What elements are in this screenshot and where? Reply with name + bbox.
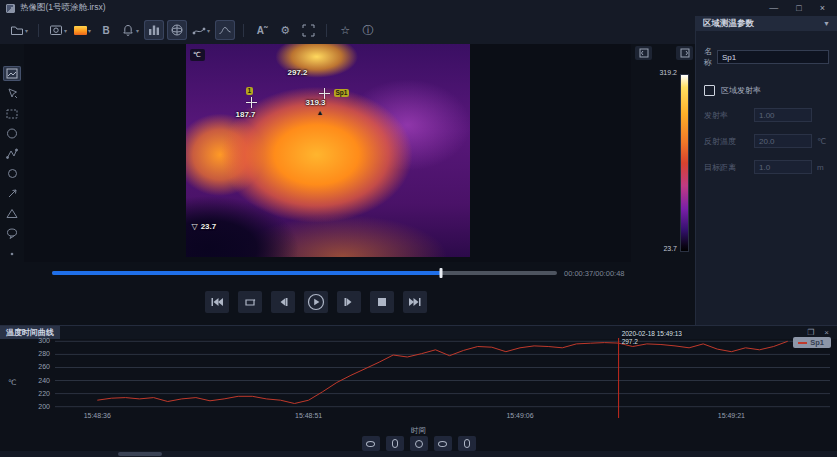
colorbar-column: 319.2 23.7 <box>631 44 695 262</box>
y-axis-unit: ℃ <box>8 378 16 387</box>
legend-line-icon <box>798 342 807 344</box>
chart-zoom-controls <box>0 436 837 451</box>
toolbar-separator <box>326 24 327 37</box>
roi-curve-caret-icon[interactable]: ▾ <box>207 27 210 34</box>
progress-handle[interactable] <box>439 268 442 278</box>
panel-header[interactable]: 区域测温参数 ▼ <box>696 16 837 31</box>
point1-tag: 1 <box>246 87 254 95</box>
open-file-icon[interactable]: ▾ <box>8 20 30 40</box>
app-window: 热像图(1号喷涂舱.irsx) — □ × ▾ ▾ ▾ <box>0 0 837 457</box>
delta-tool-icon[interactable] <box>3 206 21 221</box>
point1-cross-icon[interactable] <box>246 97 257 108</box>
cursor-tooltip-datetime: 2020-02-18 15:49:13 <box>622 330 682 338</box>
colorbar-flip-icon[interactable] <box>676 46 693 60</box>
step-back-icon[interactable] <box>271 291 295 313</box>
v-range-icon[interactable] <box>386 436 404 451</box>
reflected-temp-label: 反射温度 <box>704 136 754 147</box>
rect-roi-tool-icon[interactable] <box>3 106 21 121</box>
trend-curve-icon[interactable] <box>215 20 235 40</box>
colorbar-settings-icon[interactable] <box>635 46 652 60</box>
scrollbar-thumb[interactable] <box>118 452 162 456</box>
maximize-icon[interactable]: □ <box>796 0 801 16</box>
chevron-down-icon[interactable]: ▼ <box>823 20 830 27</box>
h-reset-icon[interactable] <box>434 436 452 451</box>
y-tick-label: 220 <box>30 390 50 397</box>
colorbar-gradient[interactable] <box>680 74 689 252</box>
sp1-tag: Sp1 <box>334 89 350 97</box>
close-icon[interactable]: × <box>820 0 825 16</box>
float-panel-icon[interactable]: ❐ <box>807 328 814 337</box>
window-title: 热像图(1号喷涂舱.irsx) <box>20 2 105 14</box>
horizontal-scrollbar[interactable] <box>0 451 837 457</box>
polyline-roi-tool-icon[interactable] <box>3 146 21 161</box>
image-roi-tool-icon[interactable] <box>3 66 21 81</box>
app-icon <box>6 4 15 13</box>
batch-tool-icon[interactable]: B <box>96 20 116 40</box>
image-canvas[interactable]: ℃ 1 187.7 297.2 Sp1 319.3 ▲ ▽ <box>24 44 631 262</box>
star-icon[interactable]: ☆ <box>335 20 355 40</box>
open-file-caret-icon[interactable]: ▾ <box>25 27 28 34</box>
measure-params-panel: 区域测温参数 ▼ 名称 区域发射率 发射率 反射温度 <box>695 16 837 325</box>
y-tick-label: 240 <box>30 377 50 384</box>
globe-3d-icon[interactable] <box>167 20 187 40</box>
progress-track[interactable] <box>52 271 557 275</box>
window-controls: — □ × <box>769 0 831 16</box>
cursor-tool-icon[interactable] <box>3 86 21 101</box>
roi-curve-icon[interactable]: ▾ <box>190 20 212 40</box>
circle-roi-tool-icon[interactable] <box>3 166 21 181</box>
capture-icon[interactable]: ▾ <box>47 20 69 40</box>
stop-icon[interactable] <box>370 291 394 313</box>
y-tick-label: 260 <box>30 363 50 370</box>
name-field[interactable] <box>717 50 829 64</box>
panel-title: 区域测温参数 <box>703 18 754 30</box>
close-panel-icon[interactable]: × <box>824 328 829 337</box>
alarm-icon[interactable]: ▾ <box>119 20 141 40</box>
emissivity-field[interactable] <box>754 108 812 122</box>
area-emissivity-checkbox[interactable] <box>704 85 715 96</box>
text-annotation-icon[interactable]: A˜ <box>252 20 272 40</box>
info-icon[interactable]: ⓘ <box>358 20 378 40</box>
arrow-tool-icon[interactable] <box>3 186 21 201</box>
area-emissivity-label: 区域发射率 <box>721 85 761 96</box>
free-range-icon[interactable] <box>410 436 428 451</box>
point1-value: 187.7 <box>236 110 256 119</box>
distance-unit: m <box>817 163 824 172</box>
toolbar-separator <box>243 24 244 37</box>
sp1-hot-value: 319.3 <box>306 98 326 107</box>
palette-swatch-icon <box>74 26 87 35</box>
minimize-icon[interactable]: — <box>769 0 778 16</box>
fullscreen-icon[interactable] <box>298 20 318 40</box>
temperature-series-plot[interactable] <box>55 338 830 420</box>
v-reset-icon[interactable] <box>458 436 476 451</box>
gear-icon[interactable]: ⚙ <box>275 20 295 40</box>
progress-fill <box>52 271 441 275</box>
note-balloon-tool-icon[interactable] <box>3 226 21 241</box>
emissivity-label: 发射率 <box>704 110 754 121</box>
x-tick-label: 15:48:51 <box>287 412 331 419</box>
skip-to-start-icon[interactable] <box>205 291 229 313</box>
point-tool-icon[interactable] <box>3 246 21 261</box>
distance-field[interactable] <box>754 160 812 174</box>
step-forward-icon[interactable] <box>337 291 361 313</box>
histogram-icon[interactable] <box>144 20 164 40</box>
h-range-icon[interactable] <box>362 436 380 451</box>
colorbar-scale: 319.2 23.7 <box>659 68 689 252</box>
legend-sp1-button[interactable]: Sp1 <box>793 337 831 348</box>
palette-caret-icon[interactable]: ▾ <box>88 27 91 34</box>
x-axis-title: 时间 <box>0 426 837 436</box>
colorbar-min: 23.7 <box>663 245 677 252</box>
x-tick-label: 15:49:21 <box>709 412 753 419</box>
name-label: 名称 <box>704 46 717 68</box>
thermal-image[interactable]: ℃ 1 187.7 297.2 Sp1 319.3 ▲ ▽ <box>186 44 470 257</box>
palette-icon[interactable]: ▾ <box>72 20 93 40</box>
cursor-tooltip: 2020-02-18 15:49:13 297.2 <box>622 330 682 346</box>
alarm-caret-icon[interactable]: ▾ <box>136 27 139 34</box>
play-icon[interactable] <box>304 291 328 313</box>
celsius-badge: ℃ <box>190 49 205 61</box>
loop-icon[interactable] <box>238 291 262 313</box>
ellipse-roi-tool-icon[interactable] <box>3 126 21 141</box>
skip-to-end-icon[interactable] <box>403 291 427 313</box>
roi-toolbar <box>0 44 24 262</box>
capture-caret-icon[interactable]: ▾ <box>64 27 67 34</box>
reflected-temp-field[interactable] <box>754 134 812 148</box>
